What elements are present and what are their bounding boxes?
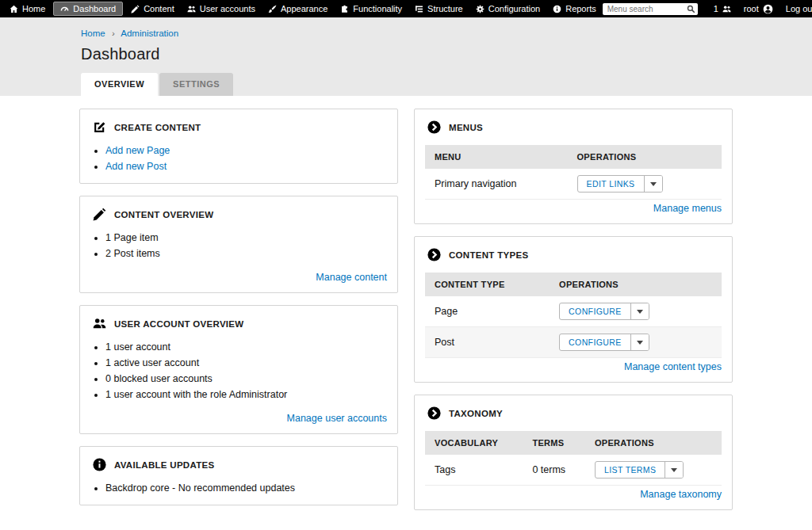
- pencil-icon: [131, 5, 140, 13]
- dropdown-toggle[interactable]: [665, 462, 683, 478]
- tabs: OVERVIEW SETTINGS: [81, 73, 812, 96]
- compose-icon: [93, 120, 106, 134]
- admin-menu-configuration[interactable]: Configuration: [469, 0, 546, 17]
- admin-menu-home[interactable]: Home: [3, 0, 52, 17]
- admin-menu-functionality[interactable]: Functionality: [334, 0, 408, 17]
- arrow-circle-icon: [427, 248, 441, 261]
- admin-menu-structure[interactable]: Structure: [408, 0, 469, 17]
- configure-button[interactable]: CONFIGURE: [560, 334, 630, 350]
- admin-menu-label: Functionality: [353, 4, 402, 13]
- edit-links-button[interactable]: EDIT LINKS: [578, 176, 644, 192]
- add-new-page-link[interactable]: Add new Page: [105, 145, 170, 156]
- menu-search-input[interactable]: [603, 3, 698, 15]
- search-icon[interactable]: [687, 5, 695, 13]
- logout-link[interactable]: Log out: [779, 0, 812, 17]
- admin-bar: Home Dashboard Content User accounts App…: [0, 0, 812, 17]
- users-icon: [93, 317, 106, 330]
- info-icon: [93, 458, 106, 471]
- page-title: Dashboard: [81, 45, 812, 63]
- edit-links-dropbutton: EDIT LINKS: [577, 175, 663, 193]
- card-title: CREATE CONTENT: [114, 123, 201, 132]
- column-header: OPERATIONS: [550, 273, 722, 296]
- manage-taxonomy-link[interactable]: Manage taxonomy: [640, 489, 722, 500]
- list-item: 1 active user account: [105, 357, 385, 368]
- admin-menu-appearance[interactable]: Appearance: [262, 0, 334, 17]
- menu-search: [603, 3, 698, 15]
- tab-settings[interactable]: SETTINGS: [159, 73, 233, 96]
- chevron-down-icon: [671, 468, 677, 472]
- dropdown-toggle[interactable]: [630, 334, 649, 350]
- menus-table: MENU OPERATIONS Primary navigation EDIT …: [425, 145, 722, 200]
- admin-menu-user-accounts[interactable]: User accounts: [181, 0, 262, 17]
- arrow-circle-icon: [427, 120, 441, 134]
- column-header: OPERATIONS: [585, 431, 722, 455]
- breadcrumb-home-link[interactable]: Home: [81, 29, 105, 38]
- column-header: TERMS: [523, 431, 585, 455]
- dropdown-toggle[interactable]: [630, 303, 649, 319]
- right-column: MENUS MENU OPERATIONS Primary navigation…: [414, 109, 733, 522]
- content-overview-card: CONTENT OVERVIEW 1 Page item 2 Post item…: [79, 196, 398, 293]
- dashboard-content: CREATE CONTENT Add new Page Add new Post…: [0, 96, 812, 522]
- card-title: CONTENT OVERVIEW: [114, 210, 213, 219]
- available-updates-card: AVAILABLE UPDATES Backdrop core - No rec…: [79, 446, 398, 505]
- dashboard-icon: [60, 5, 69, 13]
- admin-menu-label: Dashboard: [73, 4, 116, 13]
- menu-name: Primary navigation: [425, 169, 568, 200]
- list-item: 1 Page item: [105, 232, 385, 243]
- menus-card: MENUS MENU OPERATIONS Primary navigation…: [414, 109, 733, 224]
- manage-content-link[interactable]: Manage content: [316, 272, 387, 283]
- add-new-post-link[interactable]: Add new Post: [105, 161, 167, 172]
- tab-overview[interactable]: OVERVIEW: [81, 73, 158, 96]
- content-type-name: Post: [425, 327, 550, 358]
- list-item: Backdrop core - No recommended updates: [105, 482, 385, 494]
- chevron-down-icon: [650, 182, 657, 186]
- admin-menu-label: Appearance: [281, 4, 327, 13]
- table-row: Page CONFIGURE: [425, 296, 722, 327]
- admin-menu-reports[interactable]: Reports: [546, 0, 603, 17]
- users-icon: [187, 5, 196, 13]
- list-item: Add new Page: [105, 145, 385, 156]
- home-icon: [10, 5, 18, 13]
- manage-menus-link[interactable]: Manage menus: [653, 203, 722, 214]
- structure-icon: [415, 5, 423, 13]
- column-header: CONTENT TYPE: [425, 273, 550, 296]
- current-user[interactable]: root: [737, 0, 779, 17]
- card-title: AVAILABLE UPDATES: [114, 460, 215, 470]
- admin-menu-label: Content: [144, 4, 174, 13]
- user-icon: [763, 4, 773, 14]
- arrow-circle-icon: [427, 406, 441, 420]
- configure-post-dropbutton: CONFIGURE: [559, 334, 649, 351]
- card-title: TAXONOMY: [449, 409, 503, 418]
- table-row: Tags 0 terms LIST TERMS: [425, 455, 722, 486]
- list-terms-button[interactable]: LIST TERMS: [596, 462, 665, 478]
- taxonomy-card: TAXONOMY VOCABULARY TERMS OPERATIONS Tag…: [414, 395, 733, 510]
- gear-icon: [476, 5, 485, 13]
- chevron-down-icon: [637, 310, 643, 314]
- content-types-table: CONTENT TYPE OPERATIONS Page CONFIGURE: [425, 273, 722, 358]
- column-header: VOCABULARY: [425, 431, 523, 455]
- manage-content-types-link[interactable]: Manage content types: [624, 361, 722, 372]
- list-item: 2 Post items: [105, 248, 385, 259]
- terms-count: 0 terms: [523, 455, 585, 486]
- admin-menu-label: User accounts: [200, 4, 255, 13]
- dropdown-toggle[interactable]: [644, 176, 662, 192]
- admin-bar-right: 1 root Log out: [603, 0, 812, 17]
- breadcrumb-administration-link[interactable]: Administration: [121, 29, 178, 38]
- manage-user-accounts-link[interactable]: Manage user accounts: [287, 413, 387, 424]
- active-users-count[interactable]: 1: [707, 0, 737, 17]
- admin-menu: Home Dashboard Content User accounts App…: [3, 0, 603, 17]
- chevron-down-icon: [637, 341, 643, 345]
- admin-menu-dashboard[interactable]: Dashboard: [53, 2, 123, 16]
- admin-menu-content[interactable]: Content: [124, 0, 181, 17]
- taxonomy-table: VOCABULARY TERMS OPERATIONS Tags 0 terms…: [425, 431, 722, 486]
- pencil-icon: [93, 208, 106, 221]
- list-item: 1 user account with the role Administrat…: [105, 389, 385, 400]
- configure-button[interactable]: CONFIGURE: [560, 303, 630, 319]
- column-header: MENU: [425, 145, 568, 169]
- user-account-overview-card: USER ACCOUNT OVERVIEW 1 user account 1 a…: [79, 305, 398, 434]
- configure-page-dropbutton: CONFIGURE: [559, 303, 649, 320]
- content-type-name: Page: [425, 296, 550, 327]
- list-terms-dropbutton: LIST TERMS: [595, 461, 684, 479]
- admin-menu-label: Home: [22, 4, 45, 13]
- table-row: Primary navigation EDIT LINKS: [425, 169, 722, 200]
